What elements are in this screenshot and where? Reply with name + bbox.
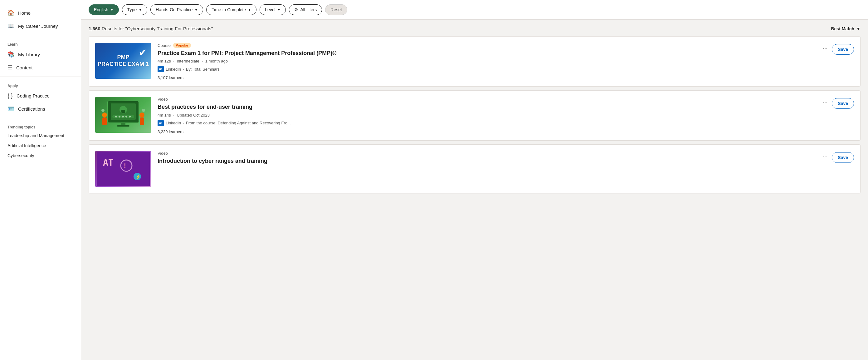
results-count-text: Results for <box>102 26 125 31</box>
home-icon: 🏠 <box>7 9 14 16</box>
svg-rect-3 <box>121 110 125 113</box>
sidebar-item-career[interactable]: 📖 My Career Journey <box>0 19 81 32</box>
course-info-2: Video Introduction to cyber ranges and t… <box>158 151 815 167</box>
course-sep-2: · <box>202 59 204 63</box>
course-card-1: Video Best practices for end-user traini… <box>89 90 861 140</box>
svg-point-17 <box>142 109 145 112</box>
type-chevron: ▼ <box>138 8 142 11</box>
reset-button[interactable]: Reset <box>325 4 347 15</box>
sidebar-divider-1 <box>0 35 81 35</box>
sidebar-career-label: My Career Journey <box>18 23 58 29</box>
all-filters-button[interactable]: ⚙ All filters <box>289 4 322 15</box>
level-chevron: ▼ <box>277 8 281 11</box>
svg-point-12 <box>102 112 107 117</box>
learners-count-0: 3,107 learners <box>158 75 815 80</box>
more-options-button-2[interactable]: ··· <box>822 152 829 161</box>
course-provider-1: in LinkedIn · From the course: Defending… <box>158 120 815 126</box>
save-button-2[interactable]: Save <box>832 152 854 163</box>
course-duration-0: 4m 12s <box>158 59 171 63</box>
svg-text:⚡: ⚡ <box>135 174 141 180</box>
svg-point-5 <box>115 116 117 117</box>
main-content: English ▼ Type ▼ Hands-On Practice ▼ Tim… <box>81 0 868 360</box>
type-label: Type <box>127 7 137 12</box>
sort-label: Best Match <box>831 26 854 31</box>
svg-point-8 <box>125 116 127 117</box>
course-type-2: Video <box>158 151 168 156</box>
sidebar-cert-label: Certifications <box>18 106 45 112</box>
sidebar-library-label: My Library <box>18 52 40 57</box>
course-type-row-1: Video <box>158 97 815 102</box>
course-type-1: Video <box>158 97 168 102</box>
course-author-1: From the course: Defending Against and R… <box>186 121 291 125</box>
provider-sep-1: · <box>183 121 184 125</box>
trending-section-label: Trending topics <box>0 121 81 131</box>
pmp-thumbnail-text: PMPPRACTICE EXAM 1 <box>98 54 149 67</box>
english-label: English <box>94 7 108 12</box>
time-chevron: ▼ <box>248 8 251 11</box>
svg-point-9 <box>129 116 131 117</box>
hands-on-filter[interactable]: Hands-On Practice ▼ <box>150 4 203 15</box>
sidebar-item-content[interactable]: ☰ Content <box>0 61 81 74</box>
course-thumbnail-2[interactable]: AT ! ⚡ <box>95 151 151 187</box>
content-icon: ☰ <box>7 64 12 71</box>
course-type-row-2: Video <box>158 151 815 156</box>
course-type-0: Course <box>158 43 170 48</box>
cyber-illustration: AT ! ⚡ <box>97 151 150 186</box>
sidebar-home-label: Home <box>18 10 31 16</box>
course-meta-0: 4m 12s · Intermediate · 1 month ago <box>158 59 815 63</box>
more-options-button-0[interactable]: ··· <box>822 44 829 53</box>
sidebar-topic-cybersecurity[interactable]: Cybersecurity <box>0 150 81 161</box>
course-badge-0: Popular <box>173 43 191 48</box>
sidebar: 🏠 Home 📖 My Career Journey Learn 📚 My Li… <box>0 0 81 360</box>
provider-name-0: LinkedIn <box>166 67 181 72</box>
sidebar-item-coding[interactable]: { } Coding Practice <box>0 89 81 102</box>
course-title-1[interactable]: Best practices for end-user training <box>158 104 815 111</box>
svg-rect-13 <box>102 117 107 125</box>
course-type-row-0: Course Popular <box>158 43 815 48</box>
course-title-0[interactable]: Practice Exam 1 for PMI: Project Managem… <box>158 50 815 57</box>
results-count: 1,660 Results for "Cybersecurity Trainin… <box>89 26 213 31</box>
svg-point-16 <box>101 109 104 112</box>
english-chevron: ▼ <box>110 8 114 11</box>
time-filter[interactable]: Time to Complete ▼ <box>206 4 256 15</box>
sort-dropdown[interactable]: Best Match ▼ <box>831 26 861 31</box>
sidebar-item-certifications[interactable]: 🪪 Certifications <box>0 102 81 115</box>
svg-rect-15 <box>140 117 144 125</box>
provider-sep-0: · <box>183 67 184 72</box>
course-thumbnail-0[interactable]: PMPPRACTICE EXAM 1 ✔ <box>95 43 151 79</box>
hands-on-chevron: ▼ <box>194 8 198 11</box>
type-filter[interactable]: Type ▼ <box>122 4 147 15</box>
level-label: Level <box>265 7 275 12</box>
learn-section-label: Learn <box>0 38 81 48</box>
coding-icon: { } <box>7 92 13 99</box>
course-sep-3: · <box>173 113 175 117</box>
time-label: Time to Complete <box>212 7 246 12</box>
all-filters-icon: ⚙ <box>294 7 298 12</box>
course-updated-0: 1 month ago <box>205 59 228 63</box>
svg-point-7 <box>122 116 124 117</box>
provider-name-1: LinkedIn <box>166 121 181 125</box>
sidebar-item-home[interactable]: 🏠 Home <box>0 6 81 19</box>
sidebar-item-library[interactable]: 📚 My Library <box>0 48 81 61</box>
level-filter[interactable]: Level ▼ <box>259 4 286 15</box>
course-title-2[interactable]: Introduction to cyber ranges and trainin… <box>158 158 815 165</box>
save-button-1[interactable]: Save <box>832 98 854 109</box>
more-options-button-1[interactable]: ··· <box>822 98 829 107</box>
sidebar-divider-2 <box>0 77 81 77</box>
english-filter[interactable]: English ▼ <box>89 4 119 15</box>
linkedin-logo-1: in <box>158 120 164 126</box>
svg-text:AT: AT <box>103 158 114 168</box>
book-icon: 📖 <box>7 23 14 29</box>
security-illustration <box>97 98 150 132</box>
sidebar-topic-ai[interactable]: Artificial Intelligence <box>0 141 81 150</box>
course-updated-1: Updated Oct 2023 <box>177 113 210 117</box>
hands-on-label: Hands-On Practice <box>156 7 192 12</box>
learners-count-1: 3,229 learners <box>158 129 815 134</box>
course-duration-1: 4m 14s <box>158 113 171 117</box>
card-actions-1: ··· Save <box>822 97 854 109</box>
sort-chevron: ▼ <box>856 26 861 31</box>
course-thumbnail-1[interactable] <box>95 97 151 133</box>
save-button-0[interactable]: Save <box>832 44 854 55</box>
sidebar-topic-leadership[interactable]: Leadership and Management <box>0 131 81 141</box>
results-header: 1,660 Results for "Cybersecurity Trainin… <box>89 26 861 31</box>
